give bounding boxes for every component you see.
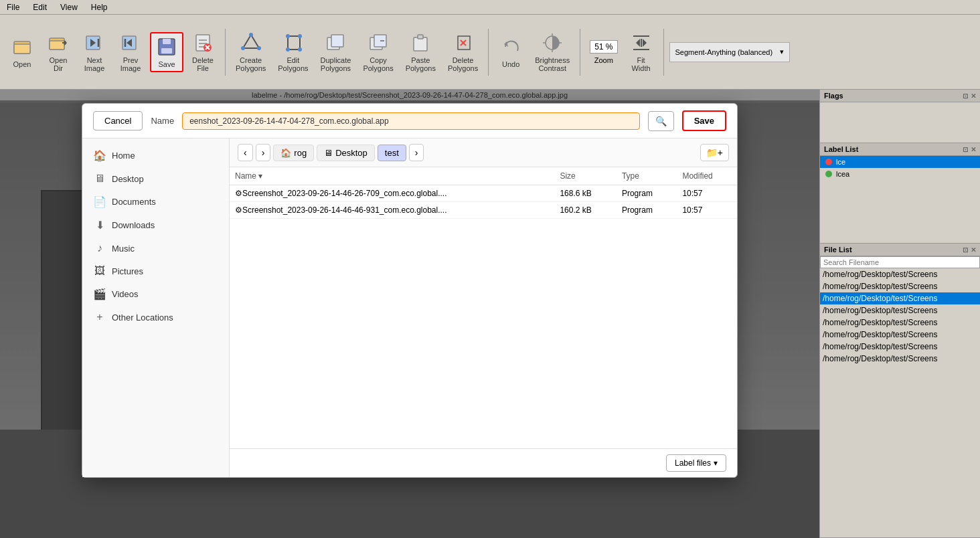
dialog-cancel-button[interactable]: Cancel (93, 111, 143, 130)
table-row[interactable]: ⚙Screenshot_2023-09-26-14-46-46-931_com.… (230, 202, 737, 219)
brightness-contrast-button[interactable]: Brightness Contrast (530, 29, 574, 76)
sidebar-loc-pictures[interactable]: 🖼Pictures (82, 260, 229, 282)
sidebar-loc-music[interactable]: ♪Music (82, 237, 229, 260)
search-filename-input[interactable] (820, 256, 980, 268)
svg-rect-3 (50, 41, 64, 50)
paste-polygons-button[interactable]: Paste Polygons (401, 29, 440, 76)
label-files-chevron: ▾ (714, 458, 718, 468)
flags-section: Flags ⊡ ✕ (820, 90, 980, 143)
ai-model-selector[interactable]: Segment-Anything (balanced) ▾ (669, 42, 790, 62)
next-image-button[interactable]: Next Image (78, 29, 111, 76)
sidebar-loc-videos[interactable]: 🎬Videos (82, 282, 229, 306)
sidebar-loc-desktop[interactable]: 🖥Desktop (82, 167, 229, 190)
svg-point-31 (286, 48, 290, 52)
dialog-header: Cancel Name 🔍 Save (82, 104, 737, 139)
delete-polygons-button[interactable]: Delete Polygons (443, 29, 483, 76)
breadcrumb-forward-button[interactable]: › (256, 144, 271, 161)
file-modified-cell: 10:57 (677, 185, 737, 202)
list-item[interactable]: /home/rog/Desktop/test/Screens (820, 292, 980, 304)
flags-icon-2[interactable]: ✕ (971, 92, 976, 100)
open-button[interactable]: Open (5, 33, 39, 72)
label-list-icon-2[interactable]: ✕ (971, 146, 976, 153)
list-item[interactable]: /home/rog/Desktop/test/Screens (820, 353, 980, 365)
loc-icon: 🏠 (93, 149, 106, 162)
flags-icon-1[interactable]: ⊡ (963, 92, 968, 100)
list-item[interactable]: /home/rog/Desktop/test/Screens (820, 304, 980, 317)
col-type[interactable]: Type (617, 167, 677, 185)
undo-button[interactable]: Undo (494, 33, 527, 72)
svg-point-25 (257, 46, 261, 50)
list-item[interactable]: /home/rog/Desktop/test/Screens (820, 280, 980, 292)
label-list-title: Label List ⊡ ✕ (820, 143, 980, 156)
sidebar-loc-downloads[interactable]: ⬇Downloads (82, 213, 229, 237)
sidebar-loc-home[interactable]: 🏠Home (82, 144, 229, 167)
file-name-cell: ⚙Screenshot_2023-09-26-14-46-46-931_com.… (230, 202, 554, 219)
menu-view[interactable]: View (58, 2, 80, 13)
loc-label: Videos (112, 289, 139, 299)
dialog-search-button[interactable]: 🔍 (648, 111, 674, 131)
table-row[interactable]: ⚙Screenshot_2023-09-26-14-46-26-709_com.… (230, 185, 737, 202)
loc-icon: 🖼 (93, 265, 106, 277)
file-list-icon-1[interactable]: ⊡ (963, 246, 968, 254)
breadcrumb-test[interactable]: test (378, 145, 406, 161)
new-folder-button[interactable]: 📁+ (700, 144, 729, 161)
copy-polygons-button[interactable]: Copy Polygons (358, 29, 398, 76)
breadcrumb-more-button[interactable]: › (409, 144, 424, 161)
col-size[interactable]: Size (554, 167, 617, 185)
label-item-lce[interactable]: lce (820, 156, 980, 168)
loc-label: Documents (112, 197, 156, 207)
label-list-section: Label List ⊡ ✕ lcelcea (820, 143, 980, 244)
list-item[interactable]: /home/rog/Desktop/test/Screens (820, 329, 980, 341)
file-size-cell: 160.2 kB (554, 202, 617, 219)
menu-edit[interactable]: Edit (30, 2, 50, 13)
sidebar-loc-other-locations[interactable]: +Other Locations (82, 306, 229, 329)
flags-title-icons: ⊡ ✕ (963, 92, 976, 100)
file-list-container: Name ▾ Size Type Modified ⚙Screenshot_20… (230, 167, 737, 448)
label-files-button[interactable]: Label files ▾ (666, 454, 726, 472)
list-item[interactable]: /home/rog/Desktop/test/Screens (820, 341, 980, 353)
file-list-icon-2[interactable]: ✕ (971, 246, 976, 254)
main-area: labelme - /home/rog/Desktop/test/Screens… (0, 90, 980, 538)
breadcrumb-back-button[interactable]: ‹ (238, 144, 253, 161)
open-dir-button[interactable]: Open Dir (42, 29, 75, 76)
menu-bar: File Edit View Help (0, 0, 980, 15)
file-size-cell: 168.6 kB (554, 185, 617, 202)
save-button[interactable]: Save (150, 32, 183, 72)
dialog-save-button[interactable]: Save (682, 110, 726, 131)
file-modified-cell: 10:57 (677, 202, 737, 219)
dialog-file-panel: ‹ › 🏠 rog 🖥 Desktop test (230, 139, 737, 477)
label-item-lcea[interactable]: lcea (820, 168, 980, 180)
dialog-name-label: Name (151, 116, 174, 126)
list-item[interactable]: /home/rog/Desktop/test/Screens (820, 268, 980, 280)
canvas-area[interactable]: labelme - /home/rog/Desktop/test/Screens… (0, 90, 819, 538)
file-list-section: File List ⊡ ✕ /home/rog/Desktop/test/Scr… (820, 244, 980, 538)
label-files-label: Label files (675, 458, 711, 468)
delete-file-button[interactable]: Delete File (186, 29, 220, 76)
col-modified[interactable]: Modified (677, 167, 737, 185)
file-type-cell: Program (617, 202, 677, 219)
duplicate-polygons-button[interactable]: Duplicate Polygons (316, 29, 356, 76)
prev-image-button[interactable]: Prev Image (114, 29, 147, 76)
right-panel: Flags ⊡ ✕ Label List ⊡ ✕ lcelcea File Li… (819, 90, 980, 538)
label-color-dot (825, 171, 832, 177)
svg-rect-37 (414, 37, 427, 51)
breadcrumb-test-label: test (385, 148, 399, 158)
label-name: lcea (836, 170, 849, 178)
edit-polygons-button[interactable]: Edit Polygons (273, 29, 313, 76)
svg-marker-52 (643, 39, 647, 47)
dialog-filename-input[interactable] (182, 112, 639, 130)
col-name[interactable]: Name ▾ (230, 167, 554, 185)
loc-label: Music (112, 244, 135, 254)
breadcrumb-desktop[interactable]: 🖥 Desktop (317, 145, 375, 161)
create-polygons-button[interactable]: Create Polygons (231, 29, 270, 76)
breadcrumb-home[interactable]: 🏠 rog (273, 145, 314, 161)
zoom-value: 51 % (590, 40, 617, 54)
label-list-icon-1[interactable]: ⊡ (963, 146, 968, 153)
list-item[interactable]: /home/rog/Desktop/test/Screens (820, 317, 980, 329)
menu-file[interactable]: File (4, 2, 22, 13)
menu-help[interactable]: Help (88, 2, 110, 13)
sidebar-loc-documents[interactable]: 📄Documents (82, 190, 229, 213)
fit-width-button[interactable]: Fit Width (625, 29, 658, 76)
svg-rect-15 (161, 48, 172, 54)
zoom-label: Zoom (594, 56, 613, 64)
